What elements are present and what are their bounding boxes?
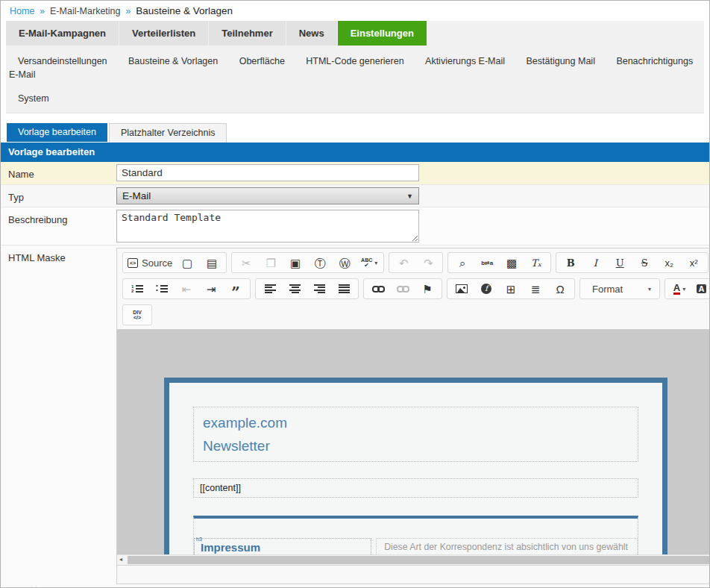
- anchor-icon[interactable]: ⚑: [415, 281, 439, 297]
- form-row-typ: Typ E-Mail ▼: [1, 185, 709, 207]
- strike-icon[interactable]: S: [632, 254, 656, 271]
- align-justify-icon[interactable]: [332, 281, 356, 297]
- typ-label: Typ: [1, 185, 116, 207]
- submenu-item-bestaetigung-mail[interactable]: Bestätigung Mail: [527, 56, 595, 66]
- bg-color-icon[interactable]: A▾: [692, 281, 710, 297]
- submenu-row-2: System: [9, 87, 701, 111]
- new-page-icon[interactable]: ▢: [175, 254, 199, 271]
- source-button[interactable]: <>Source: [125, 254, 175, 271]
- outdent-icon[interactable]: ⇤: [175, 281, 198, 297]
- unlink-icon: [397, 286, 409, 293]
- align-left-icon[interactable]: [258, 281, 282, 297]
- chevron-down-icon: ▾: [682, 286, 685, 293]
- main-tabs: E-Mail-KampagnenVerteilerlistenTeilnehme…: [6, 21, 704, 46]
- table-icon[interactable]: ⊞: [499, 281, 523, 297]
- stray-label: blog: [28, 585, 49, 588]
- tab-verteilerlisten[interactable]: Verteilerlisten: [119, 21, 208, 46]
- html-maske-label: HTML Maske: [1, 245, 116, 587]
- align-center-icon[interactable]: [283, 281, 307, 297]
- underline-icon[interactable]: U: [608, 254, 632, 271]
- form-row-name: Name: [1, 162, 709, 185]
- editor-horizontal-scrollbar[interactable]: ◂ ▸: [117, 554, 710, 565]
- paste-text-icon[interactable]: Ⓣ: [308, 254, 332, 271]
- block-tag-label: h3: [196, 537, 202, 542]
- format-combo[interactable]: Format▾: [582, 281, 657, 297]
- templates-icon[interactable]: ▤: [200, 254, 224, 271]
- undo-icon[interactable]: ↶: [392, 254, 415, 271]
- flash-icon: f: [481, 284, 491, 294]
- main-navigation: E-Mail-KampagnenVerteilerlistenTeilnehme…: [6, 21, 704, 113]
- app-window: Home » E-Mail-Marketing » Bausteine & Vo…: [0, 0, 710, 588]
- submenu-item-oberflaeche[interactable]: Oberfläche: [239, 56, 285, 66]
- tab-email-kampagnen[interactable]: E-Mail-Kampagnen: [6, 21, 119, 46]
- tab-einstellungen[interactable]: Einstellungen: [338, 21, 427, 46]
- subscript-icon[interactable]: x₂: [657, 254, 681, 271]
- spellcheck-icon[interactable]: ABC▾: [357, 254, 381, 271]
- horizontal-scroll-thumb[interactable]: [128, 556, 710, 564]
- submenu-item-aktivierungs-email[interactable]: Aktivierungs E-Mail: [425, 56, 505, 66]
- impressum-block[interactable]: h3 Impressum: [194, 538, 371, 554]
- indent-icon[interactable]: ⇥: [199, 281, 223, 297]
- editor-bottom-bar: ◢: [117, 565, 710, 584]
- submenu-item-html-code-generieren[interactable]: HTML-Code generieren: [306, 56, 403, 66]
- impressum-link[interactable]: Impressum: [201, 541, 260, 554]
- submenu-item-system[interactable]: System: [18, 93, 49, 104]
- tab-vorlage-bearbeiten[interactable]: Vorlage bearbeiten: [7, 123, 107, 142]
- paste-icon[interactable]: ▣: [283, 254, 307, 271]
- name-label: Name: [1, 162, 116, 184]
- content-placeholder-block[interactable]: [[content]]: [193, 478, 638, 498]
- numbered-list-icon: [131, 284, 143, 293]
- template-header-block[interactable]: example.com Newsletter: [193, 407, 638, 462]
- cut-icon[interactable]: ✂: [234, 254, 258, 271]
- tab-platzhalter-verzeichnis[interactable]: Platzhalter Verzeichnis: [109, 123, 227, 143]
- breadcrumb-current: Bausteine & Vorlagen: [136, 5, 233, 16]
- replace-icon[interactable]: b⇄a: [475, 254, 499, 271]
- select-all-icon[interactable]: ▩: [500, 254, 524, 271]
- template-footer-block: h3 Impressum Diese Art der Korrespondenz…: [193, 516, 638, 554]
- submenu-item-versandeinstellungen[interactable]: Versandeinstellungen: [18, 56, 107, 66]
- paste-word-icon[interactable]: Ⓦ: [333, 254, 356, 271]
- bulleted-list-icon: [156, 284, 168, 293]
- beschreibung-label: Beschreibung: [1, 207, 116, 245]
- breadcrumb-separator: »: [40, 6, 45, 16]
- brand-line2: Newsletter: [203, 434, 629, 457]
- brand-line1: example.com: [203, 411, 629, 434]
- align-right-icon: [314, 284, 325, 293]
- breadcrumb: Home » E-Mail-Marketing » Bausteine & Vo…: [1, 1, 709, 21]
- find-icon[interactable]: ⌕: [450, 254, 474, 271]
- special-char-icon[interactable]: Ω: [548, 281, 572, 297]
- breadcrumb-item-email-marketing[interactable]: E-Mail-Marketing: [50, 6, 120, 16]
- content-tabs: Vorlage bearbeiten Platzhalter Verzeichn…: [7, 123, 709, 143]
- typ-select-value: E-Mail: [122, 190, 151, 201]
- submenu-item-bausteine-vorlagen[interactable]: Bausteine & Vorlagen: [128, 56, 218, 66]
- div-container-icon[interactable]: DIV </>: [125, 307, 149, 323]
- align-right-icon[interactable]: [307, 281, 331, 297]
- bold-icon[interactable]: B: [559, 254, 582, 271]
- superscript-icon[interactable]: x²: [682, 254, 706, 271]
- blockquote-icon[interactable]: ”: [224, 281, 248, 297]
- flash-icon[interactable]: f: [474, 281, 498, 297]
- tab-news[interactable]: News: [286, 21, 337, 46]
- image-icon[interactable]: [450, 281, 474, 297]
- link-icon[interactable]: [366, 281, 390, 297]
- scroll-left-icon[interactable]: ◂: [119, 556, 122, 563]
- remove-format-icon[interactable]: Tₓ: [524, 254, 548, 271]
- editor-content-area[interactable]: example.com Newsletter [[content]] h3 Im…: [117, 330, 710, 554]
- copy-icon[interactable]: ❐: [259, 254, 283, 271]
- text-color-icon[interactable]: A▾: [667, 281, 691, 297]
- unlink-icon[interactable]: [391, 281, 415, 297]
- name-input[interactable]: [116, 164, 419, 181]
- beschreibung-textarea[interactable]: Standard Template: [116, 210, 419, 243]
- numbered-list-icon[interactable]: [125, 281, 149, 297]
- chevron-down-icon: ▾: [648, 286, 651, 293]
- typ-select[interactable]: E-Mail ▼: [116, 187, 419, 204]
- italic-icon[interactable]: I: [583, 254, 607, 271]
- bulleted-list-icon[interactable]: [150, 281, 174, 297]
- redo-icon[interactable]: ↷: [416, 254, 440, 271]
- source-button: <>: [128, 258, 138, 268]
- breadcrumb-home-link[interactable]: Home: [10, 6, 34, 16]
- tab-teilnehmer[interactable]: Teilnehmer: [209, 21, 285, 46]
- breadcrumb-separator: »: [126, 6, 131, 16]
- chevron-down-icon: ▼: [406, 193, 413, 200]
- hr-icon[interactable]: ≣: [524, 281, 547, 297]
